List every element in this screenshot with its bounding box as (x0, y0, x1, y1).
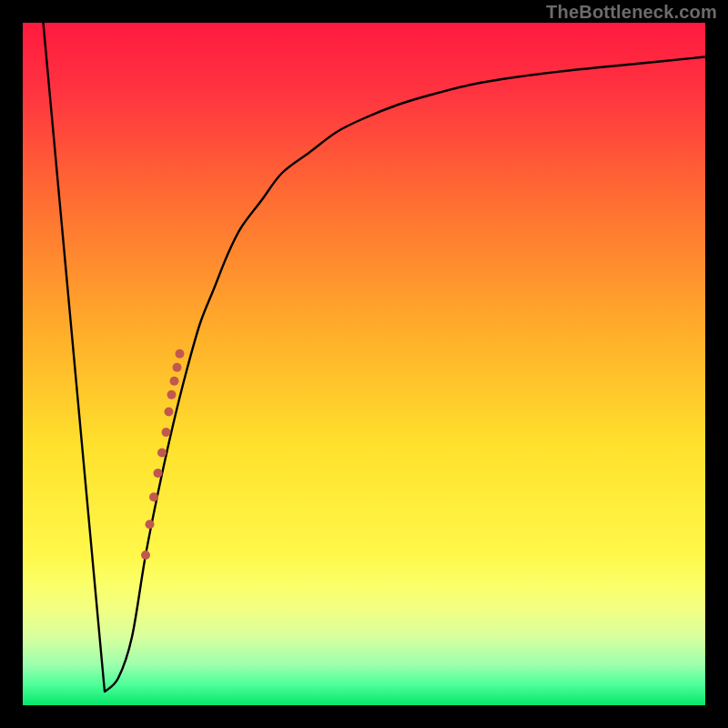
marker-dot (154, 469, 163, 478)
marker-dot (146, 520, 155, 529)
marker-dot (157, 449, 167, 458)
marker-dot (141, 551, 150, 560)
chart-frame: TheBottleneck.com (0, 0, 728, 728)
marker-dot (162, 428, 171, 437)
marker-dot (173, 363, 182, 372)
plot-area (23, 23, 705, 705)
marker-dot (149, 492, 158, 501)
attribution-label: TheBottleneck.com (546, 2, 717, 23)
bottleneck-curve (23, 23, 705, 705)
marker-dot (165, 408, 174, 417)
marker-dot (167, 390, 177, 399)
marker-dot (176, 349, 185, 359)
marker-dot (170, 377, 179, 386)
